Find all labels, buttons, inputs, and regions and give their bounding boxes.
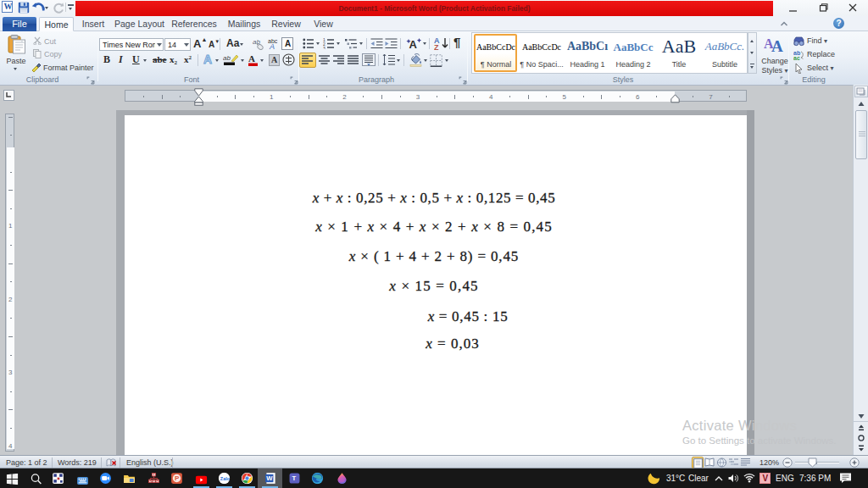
svg-text:ab: ab [223, 54, 231, 62]
svg-text:W: W [266, 474, 273, 482]
svg-text:Zalo: Zalo [220, 476, 230, 481]
svg-text:ac: ac [793, 55, 800, 60]
svg-text:P: P [175, 474, 180, 482]
svg-text:A: A [269, 42, 275, 50]
svg-text:Z: Z [434, 43, 439, 50]
svg-text:A: A [409, 38, 418, 50]
svg-text:T: T [292, 474, 297, 482]
svg-text:3: 3 [323, 46, 326, 50]
svg-text:A: A [248, 53, 255, 64]
svg-text:A: A [771, 37, 783, 55]
